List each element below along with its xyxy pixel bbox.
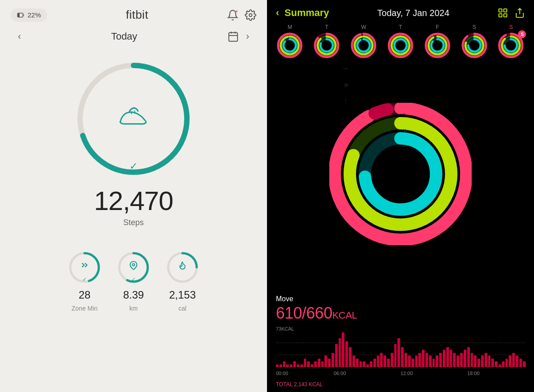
prev-day-button[interactable]: ‹ (18, 31, 21, 42)
svg-rect-19 (504, 9, 507, 12)
shoe-icon (118, 105, 149, 129)
chart-bar (324, 356, 327, 367)
svg-rect-20 (499, 14, 502, 17)
chart-total: TOTAL 2,143 KCAL (267, 380, 534, 392)
km-value: 8.39 (123, 289, 144, 301)
calendar-icon[interactable] (227, 31, 239, 42)
chart-bar (314, 361, 317, 367)
battery-badge: 22% (11, 8, 47, 22)
chart-bar (373, 359, 376, 368)
battery-label: 22% (28, 11, 41, 19)
apple-date: Today, 7 Jan 2024 (335, 8, 492, 18)
chart-x-label-2: 12:00 (400, 371, 413, 376)
main-activity-rings: → » ↑ → » ↑ (267, 58, 534, 290)
zone-min-value: 28 (79, 289, 91, 301)
svg-point-40 (357, 39, 370, 52)
chart-bar (349, 347, 352, 368)
back-button[interactable]: ‹ (276, 7, 279, 19)
today-badge: S (518, 30, 526, 38)
apple-panel: ‹ Summary Today, 7 Jan 2024 M (267, 0, 534, 392)
svg-point-15 (133, 263, 135, 266)
move-section: Move 610/660KCAL (267, 290, 534, 326)
chart-bar (502, 361, 505, 367)
chart-bar (491, 359, 494, 368)
chart-bar (453, 353, 456, 368)
settings-icon[interactable] (245, 9, 256, 21)
chart-x-label-0: 00:00 (276, 371, 288, 376)
chart-bar (332, 353, 334, 368)
chart-bar (460, 353, 463, 368)
bar-chart: 73KCAL 00:00 06:00 12:00 18:00 (267, 326, 534, 380)
chart-bars (276, 332, 525, 367)
cal-label: cal (178, 305, 186, 312)
week-day-sat: S (461, 24, 488, 59)
svg-rect-5 (229, 32, 238, 41)
chart-bar (290, 364, 292, 368)
chart-bar (300, 364, 303, 368)
svg-rect-21 (504, 14, 507, 17)
chart-bar (509, 356, 511, 367)
chart-bar (433, 359, 435, 368)
km-metric: ✓ 8.39 km (116, 250, 151, 312)
cal-metric: 2,153 cal (165, 250, 200, 312)
chart-bar (481, 356, 484, 367)
zone-icon (80, 260, 89, 270)
svg-point-46 (394, 39, 407, 52)
chart-x-label-1: 06:00 (334, 371, 346, 376)
apple-header: ‹ Summary Today, 7 Jan 2024 (267, 0, 534, 22)
chart-bar (335, 344, 338, 367)
svg-rect-2 (18, 13, 19, 17)
chart-bar (412, 359, 414, 368)
goal-checkmark: ✓ (129, 161, 138, 172)
chart-bar (450, 350, 453, 367)
chart-bar (446, 347, 449, 368)
fitbit-logo: fitbit (126, 8, 149, 22)
chart-bar (286, 364, 289, 368)
svg-text:»: » (403, 126, 407, 135)
chart-bar (457, 356, 459, 367)
chart-bar (360, 361, 362, 367)
chart-y-max: 73KCAL (276, 326, 294, 331)
summary-title[interactable]: Summary (284, 7, 329, 19)
apple-header-icons (498, 8, 525, 18)
chart-bar (345, 341, 348, 368)
move-unit: KCAL (332, 310, 357, 321)
move-goal: 660 (306, 304, 332, 322)
next-day-button[interactable]: › (246, 31, 249, 42)
svg-point-52 (431, 39, 444, 52)
chart-bar (512, 353, 515, 368)
chart-bar (467, 347, 470, 368)
zone-min-metric: ✓ 28 Zone Min (67, 250, 102, 312)
notifications-icon[interactable] (227, 9, 239, 21)
week-day-sun: S S (498, 24, 524, 59)
chart-bar (293, 361, 296, 367)
week-row: M T W (267, 22, 534, 62)
chart-bar (477, 359, 480, 368)
svg-text:↑: ↑ (403, 143, 406, 151)
location-icon (129, 261, 138, 270)
chart-bar (425, 353, 428, 368)
chart-bar (366, 364, 369, 368)
chart-bar (519, 359, 522, 368)
chart-bar (380, 353, 383, 368)
steps-count: 12,470 (94, 186, 173, 216)
calendar-grid-icon[interactable] (498, 8, 508, 18)
svg-point-4 (249, 13, 252, 16)
chart-bar (391, 353, 393, 368)
chart-bar (352, 356, 355, 367)
step-circle: ✓ (71, 57, 196, 181)
chart-bar (321, 361, 324, 367)
svg-point-28 (283, 39, 296, 52)
chart-bar (506, 359, 508, 368)
chart-bar (387, 359, 390, 368)
steps-label: Steps (123, 218, 144, 227)
share-icon[interactable] (514, 8, 525, 18)
chart-bar (297, 364, 299, 368)
chart-bar (339, 338, 341, 367)
mini-metrics: ✓ 28 Zone Min ✓ 8.39 km (67, 250, 200, 312)
week-day-tue: T (313, 24, 340, 59)
fitbit-header-icons (227, 9, 256, 21)
chart-bar (283, 361, 286, 367)
km-label: km (129, 305, 138, 312)
chart-bar (408, 356, 411, 367)
